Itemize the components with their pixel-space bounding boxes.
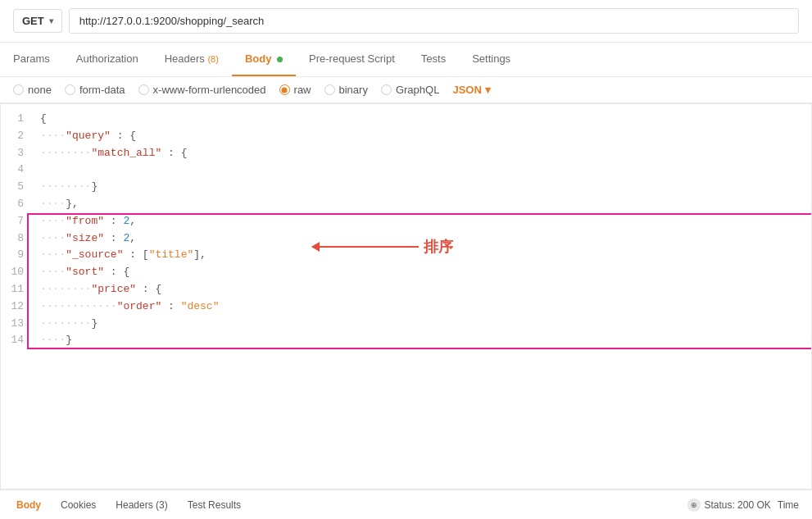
code-line-2: ····"query" : { bbox=[40, 128, 805, 145]
code-line-11: ········"price" : { bbox=[40, 281, 805, 298]
url-input[interactable] bbox=[69, 8, 799, 34]
body-type-none[interactable]: none bbox=[13, 84, 52, 96]
status-dot-icon: ⊕ bbox=[687, 499, 701, 512]
arrow-line bbox=[312, 246, 419, 248]
radio-form-data bbox=[65, 84, 75, 95]
radio-none bbox=[13, 84, 24, 95]
editor-content: 1 2 3 4 5 6 7 8 9 10 11 12 13 14 { ····"… bbox=[1, 104, 811, 489]
tab-params[interactable]: Params bbox=[13, 43, 63, 76]
code-line-13: ········} bbox=[40, 316, 805, 333]
status-info: ⊕ Status: 200 OK Time bbox=[687, 499, 799, 512]
code-editor[interactable]: 1 2 3 4 5 6 7 8 9 10 11 12 13 14 { ····"… bbox=[0, 103, 812, 489]
code-line-7: ····"from" : 2, bbox=[40, 213, 805, 230]
bottom-tab-headers[interactable]: Headers (3) bbox=[112, 499, 170, 511]
bottom-tab-body[interactable]: Body bbox=[13, 499, 44, 511]
bottom-tab-test-results[interactable]: Test Results bbox=[184, 499, 244, 511]
code-line-1: { bbox=[40, 111, 805, 128]
code-line-12: ············"order" : "desc" bbox=[40, 298, 805, 316]
body-type-bar: none form-data x-www-form-urlencoded raw… bbox=[0, 77, 812, 103]
status-badge: ⊕ Status: 200 OK bbox=[687, 499, 770, 512]
annotation-排序: 排序 bbox=[312, 235, 453, 259]
radio-binary bbox=[324, 84, 335, 95]
tab-settings[interactable]: Settings bbox=[459, 43, 524, 76]
request-tabs: Params Authorization Headers (8) Body Pr… bbox=[0, 43, 812, 77]
bottom-tab-cookies[interactable]: Cookies bbox=[57, 499, 99, 511]
line-numbers: 1 2 3 4 5 6 7 8 9 10 11 12 13 14 bbox=[1, 111, 34, 482]
radio-graphql bbox=[381, 84, 392, 95]
tab-pre-request-script[interactable]: Pre-request Script bbox=[296, 43, 408, 76]
json-format-select[interactable]: JSON ▾ bbox=[452, 84, 490, 96]
url-bar: GET ▾ bbox=[0, 0, 812, 43]
code-line-3: ········"match_all" : { bbox=[40, 145, 805, 162]
body-type-form-data[interactable]: form-data bbox=[65, 84, 125, 96]
body-type-urlencoded[interactable]: x-www-form-urlencoded bbox=[138, 84, 266, 96]
code-line-5: ········} bbox=[40, 179, 805, 196]
radio-urlencoded bbox=[138, 84, 149, 95]
time-label: Time bbox=[778, 499, 799, 511]
body-type-graphql[interactable]: GraphQL bbox=[381, 84, 439, 96]
body-active-dot bbox=[277, 57, 283, 62]
code-line-4 bbox=[40, 162, 805, 179]
bottom-bar: Body Cookies Headers (3) Test Results ⊕ … bbox=[0, 489, 812, 519]
radio-raw bbox=[279, 84, 290, 95]
method-select[interactable]: GET ▾ bbox=[13, 9, 62, 33]
code-line-10: ····"sort" : { bbox=[40, 264, 805, 281]
method-chevron: ▾ bbox=[49, 16, 53, 25]
tab-authorization[interactable]: Authorization bbox=[63, 43, 152, 76]
tab-tests[interactable]: Tests bbox=[408, 43, 459, 76]
body-type-binary[interactable]: binary bbox=[324, 84, 368, 96]
headers-badge: (8) bbox=[207, 54, 218, 64]
json-chevron-icon: ▾ bbox=[485, 84, 491, 96]
tab-headers[interactable]: Headers (8) bbox=[152, 43, 232, 76]
code-line-14: ····} bbox=[40, 332, 805, 349]
app-container: GET ▾ Params Authorization Headers (8) B… bbox=[0, 0, 812, 519]
method-label: GET bbox=[22, 15, 44, 27]
body-type-raw[interactable]: raw bbox=[279, 84, 311, 96]
code-line-6: ····}, bbox=[40, 196, 805, 213]
arrow-head bbox=[311, 242, 320, 252]
annotation-text: 排序 bbox=[424, 235, 453, 259]
tab-body[interactable]: Body bbox=[232, 43, 296, 76]
status-label: Status: 200 OK bbox=[704, 499, 770, 511]
code-lines: { ····"query" : { ········"match_all" : … bbox=[34, 111, 811, 482]
